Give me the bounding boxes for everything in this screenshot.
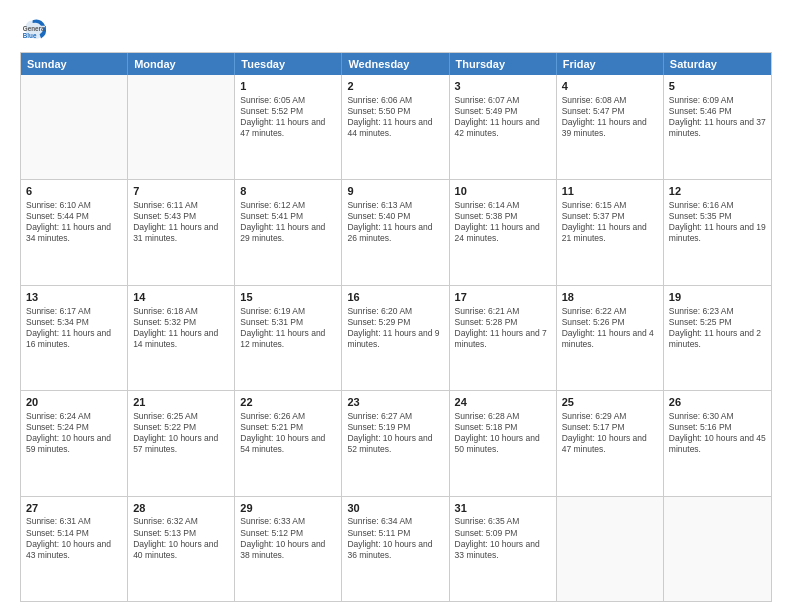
calendar-day-30: 30Sunrise: 6:34 AM Sunset: 5:11 PM Dayli…	[342, 497, 449, 601]
day-info: Sunrise: 6:31 AM Sunset: 5:14 PM Dayligh…	[26, 516, 122, 560]
calendar-row-4: 20Sunrise: 6:24 AM Sunset: 5:24 PM Dayli…	[21, 390, 771, 495]
calendar-day-9: 9Sunrise: 6:13 AM Sunset: 5:40 PM Daylig…	[342, 180, 449, 284]
day-number: 16	[347, 290, 443, 305]
calendar-day-27: 27Sunrise: 6:31 AM Sunset: 5:14 PM Dayli…	[21, 497, 128, 601]
day-number: 8	[240, 184, 336, 199]
calendar-day-16: 16Sunrise: 6:20 AM Sunset: 5:29 PM Dayli…	[342, 286, 449, 390]
calendar-day-10: 10Sunrise: 6:14 AM Sunset: 5:38 PM Dayli…	[450, 180, 557, 284]
day-number: 24	[455, 395, 551, 410]
calendar-empty	[21, 75, 128, 179]
day-of-week-wednesday: Wednesday	[342, 53, 449, 75]
calendar-day-29: 29Sunrise: 6:33 AM Sunset: 5:12 PM Dayli…	[235, 497, 342, 601]
svg-text:General: General	[23, 25, 47, 32]
day-number: 9	[347, 184, 443, 199]
calendar-day-11: 11Sunrise: 6:15 AM Sunset: 5:37 PM Dayli…	[557, 180, 664, 284]
calendar-day-21: 21Sunrise: 6:25 AM Sunset: 5:22 PM Dayli…	[128, 391, 235, 495]
day-of-week-tuesday: Tuesday	[235, 53, 342, 75]
day-number: 27	[26, 501, 122, 516]
day-info: Sunrise: 6:26 AM Sunset: 5:21 PM Dayligh…	[240, 411, 336, 455]
calendar-row-5: 27Sunrise: 6:31 AM Sunset: 5:14 PM Dayli…	[21, 496, 771, 601]
calendar-day-24: 24Sunrise: 6:28 AM Sunset: 5:18 PM Dayli…	[450, 391, 557, 495]
logo-icon: General Blue	[20, 16, 48, 44]
calendar-day-31: 31Sunrise: 6:35 AM Sunset: 5:09 PM Dayli…	[450, 497, 557, 601]
day-info: Sunrise: 6:33 AM Sunset: 5:12 PM Dayligh…	[240, 516, 336, 560]
day-of-week-sunday: Sunday	[21, 53, 128, 75]
day-number: 12	[669, 184, 766, 199]
day-info: Sunrise: 6:15 AM Sunset: 5:37 PM Dayligh…	[562, 200, 658, 244]
calendar: SundayMondayTuesdayWednesdayThursdayFrid…	[20, 52, 772, 602]
calendar-row-1: 1Sunrise: 6:05 AM Sunset: 5:52 PM Daylig…	[21, 75, 771, 179]
day-number: 26	[669, 395, 766, 410]
calendar-day-15: 15Sunrise: 6:19 AM Sunset: 5:31 PM Dayli…	[235, 286, 342, 390]
day-info: Sunrise: 6:07 AM Sunset: 5:49 PM Dayligh…	[455, 95, 551, 139]
day-info: Sunrise: 6:14 AM Sunset: 5:38 PM Dayligh…	[455, 200, 551, 244]
day-number: 29	[240, 501, 336, 516]
day-number: 21	[133, 395, 229, 410]
day-number: 2	[347, 79, 443, 94]
day-info: Sunrise: 6:09 AM Sunset: 5:46 PM Dayligh…	[669, 95, 766, 139]
calendar-row-2: 6Sunrise: 6:10 AM Sunset: 5:44 PM Daylig…	[21, 179, 771, 284]
day-number: 25	[562, 395, 658, 410]
calendar-day-22: 22Sunrise: 6:26 AM Sunset: 5:21 PM Dayli…	[235, 391, 342, 495]
day-number: 23	[347, 395, 443, 410]
day-number: 1	[240, 79, 336, 94]
calendar-body: 1Sunrise: 6:05 AM Sunset: 5:52 PM Daylig…	[21, 75, 771, 601]
day-number: 11	[562, 184, 658, 199]
calendar-day-2: 2Sunrise: 6:06 AM Sunset: 5:50 PM Daylig…	[342, 75, 449, 179]
day-of-week-saturday: Saturday	[664, 53, 771, 75]
day-number: 13	[26, 290, 122, 305]
logo: General Blue	[20, 16, 48, 44]
day-number: 19	[669, 290, 766, 305]
calendar-day-26: 26Sunrise: 6:30 AM Sunset: 5:16 PM Dayli…	[664, 391, 771, 495]
day-info: Sunrise: 6:19 AM Sunset: 5:31 PM Dayligh…	[240, 306, 336, 350]
day-info: Sunrise: 6:24 AM Sunset: 5:24 PM Dayligh…	[26, 411, 122, 455]
calendar-row-3: 13Sunrise: 6:17 AM Sunset: 5:34 PM Dayli…	[21, 285, 771, 390]
day-number: 14	[133, 290, 229, 305]
day-of-week-friday: Friday	[557, 53, 664, 75]
day-info: Sunrise: 6:29 AM Sunset: 5:17 PM Dayligh…	[562, 411, 658, 455]
day-info: Sunrise: 6:06 AM Sunset: 5:50 PM Dayligh…	[347, 95, 443, 139]
day-info: Sunrise: 6:28 AM Sunset: 5:18 PM Dayligh…	[455, 411, 551, 455]
day-number: 15	[240, 290, 336, 305]
day-number: 20	[26, 395, 122, 410]
page: General Blue SundayMondayTuesdayWednesda…	[0, 0, 792, 612]
day-number: 6	[26, 184, 122, 199]
day-number: 7	[133, 184, 229, 199]
calendar-day-13: 13Sunrise: 6:17 AM Sunset: 5:34 PM Dayli…	[21, 286, 128, 390]
day-number: 18	[562, 290, 658, 305]
day-number: 17	[455, 290, 551, 305]
day-number: 3	[455, 79, 551, 94]
day-info: Sunrise: 6:12 AM Sunset: 5:41 PM Dayligh…	[240, 200, 336, 244]
calendar-empty	[557, 497, 664, 601]
day-info: Sunrise: 6:10 AM Sunset: 5:44 PM Dayligh…	[26, 200, 122, 244]
calendar-day-25: 25Sunrise: 6:29 AM Sunset: 5:17 PM Dayli…	[557, 391, 664, 495]
day-number: 31	[455, 501, 551, 516]
calendar-day-23: 23Sunrise: 6:27 AM Sunset: 5:19 PM Dayli…	[342, 391, 449, 495]
day-number: 22	[240, 395, 336, 410]
day-info: Sunrise: 6:20 AM Sunset: 5:29 PM Dayligh…	[347, 306, 443, 350]
calendar-header: SundayMondayTuesdayWednesdayThursdayFrid…	[21, 53, 771, 75]
calendar-day-14: 14Sunrise: 6:18 AM Sunset: 5:32 PM Dayli…	[128, 286, 235, 390]
day-info: Sunrise: 6:34 AM Sunset: 5:11 PM Dayligh…	[347, 516, 443, 560]
calendar-day-6: 6Sunrise: 6:10 AM Sunset: 5:44 PM Daylig…	[21, 180, 128, 284]
day-info: Sunrise: 6:11 AM Sunset: 5:43 PM Dayligh…	[133, 200, 229, 244]
header: General Blue	[20, 16, 772, 44]
day-info: Sunrise: 6:23 AM Sunset: 5:25 PM Dayligh…	[669, 306, 766, 350]
day-info: Sunrise: 6:18 AM Sunset: 5:32 PM Dayligh…	[133, 306, 229, 350]
day-number: 10	[455, 184, 551, 199]
day-number: 5	[669, 79, 766, 94]
calendar-day-8: 8Sunrise: 6:12 AM Sunset: 5:41 PM Daylig…	[235, 180, 342, 284]
day-info: Sunrise: 6:30 AM Sunset: 5:16 PM Dayligh…	[669, 411, 766, 455]
calendar-empty	[128, 75, 235, 179]
day-info: Sunrise: 6:25 AM Sunset: 5:22 PM Dayligh…	[133, 411, 229, 455]
day-number: 4	[562, 79, 658, 94]
day-info: Sunrise: 6:35 AM Sunset: 5:09 PM Dayligh…	[455, 516, 551, 560]
calendar-day-4: 4Sunrise: 6:08 AM Sunset: 5:47 PM Daylig…	[557, 75, 664, 179]
calendar-day-28: 28Sunrise: 6:32 AM Sunset: 5:13 PM Dayli…	[128, 497, 235, 601]
day-info: Sunrise: 6:13 AM Sunset: 5:40 PM Dayligh…	[347, 200, 443, 244]
day-info: Sunrise: 6:21 AM Sunset: 5:28 PM Dayligh…	[455, 306, 551, 350]
calendar-day-1: 1Sunrise: 6:05 AM Sunset: 5:52 PM Daylig…	[235, 75, 342, 179]
day-info: Sunrise: 6:22 AM Sunset: 5:26 PM Dayligh…	[562, 306, 658, 350]
calendar-day-12: 12Sunrise: 6:16 AM Sunset: 5:35 PM Dayli…	[664, 180, 771, 284]
day-info: Sunrise: 6:27 AM Sunset: 5:19 PM Dayligh…	[347, 411, 443, 455]
